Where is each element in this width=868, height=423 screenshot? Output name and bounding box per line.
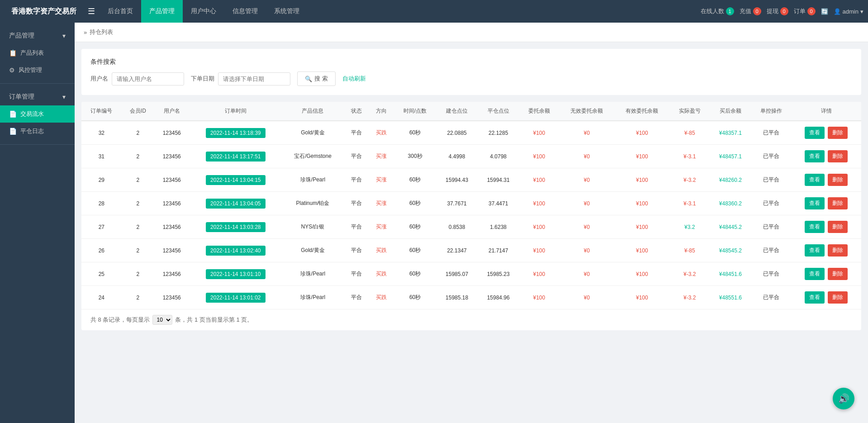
cell-close-status: 已平合 [751, 286, 792, 309]
sidebar-order-header[interactable]: 订单管理 ▾ [0, 88, 75, 105]
cell-order-id: 25 [81, 262, 122, 286]
cell-time-points: 60秒 [394, 239, 436, 262]
nav-item-info[interactable]: 信息管理 [224, 0, 266, 23]
cell-valid-entrust: ¥100 [614, 192, 669, 215]
col-single-op: 单控操作 [751, 102, 792, 121]
risk-control-icon: ⚙ [9, 67, 15, 74]
cell-status: 平合 [344, 286, 369, 309]
cell-invalid-entrust: ¥0 [559, 192, 614, 215]
nav-item-dashboard[interactable]: 后台首页 [100, 0, 141, 23]
cell-direction: 买跌 [369, 262, 394, 286]
cell-profit: ¥-3.1 [669, 145, 710, 168]
cell-close-price: 15985.23 [478, 262, 519, 286]
cell-close-price: 4.0798 [478, 145, 519, 168]
search-title: 条件搜索 [90, 58, 852, 66]
cell-valid-entrust: ¥100 [614, 121, 669, 145]
cell-order-time: 2022-11-14 13:17:51 [190, 145, 282, 168]
cell-profit: ¥-3.2 [669, 262, 710, 286]
cell-member-id: 2 [122, 192, 154, 215]
username-input[interactable] [112, 72, 184, 86]
delete-button[interactable]: 删除 [828, 221, 848, 233]
col-time-points: 时间/点数 [394, 102, 436, 121]
delete-button[interactable]: 删除 [828, 150, 848, 162]
cell-product: 珍珠/Pearl [282, 286, 344, 309]
float-action-button[interactable]: 🔊 [833, 388, 854, 409]
cell-direction: 买跌 [369, 239, 394, 262]
refresh-icon[interactable]: 🔄 [821, 8, 828, 15]
delete-button[interactable]: 删除 [828, 127, 848, 139]
cell-invalid-entrust: ¥0 [559, 286, 614, 309]
view-button[interactable]: 查看 [805, 291, 825, 304]
cell-order-time: 2022-11-14 13:01:10 [190, 262, 282, 286]
cell-time-points: 60秒 [394, 168, 436, 192]
cell-profit: ¥-3.2 [669, 286, 710, 309]
auto-refresh-button[interactable]: 自动刷新 [342, 72, 366, 86]
cell-profit: ¥3.2 [669, 215, 710, 239]
date-input[interactable] [218, 72, 290, 86]
cell-balance-after: ¥48551.6 [710, 286, 751, 309]
menu-toggle-icon[interactable]: ☰ [83, 6, 100, 16]
order-item[interactable]: 订单 0 [794, 7, 816, 15]
cell-invalid-entrust: ¥0 [559, 239, 614, 262]
cell-open-price: 4.4998 [436, 145, 478, 168]
cell-close-price: 37.4471 [478, 192, 519, 215]
nav-item-system[interactable]: 系统管理 [266, 0, 308, 23]
cell-invalid-entrust: ¥0 [559, 168, 614, 192]
view-button[interactable]: 查看 [805, 244, 825, 257]
cell-valid-entrust: ¥100 [614, 168, 669, 192]
chevron-down-icon-2: ▾ [62, 93, 66, 100]
cell-close-status: 已平合 [751, 215, 792, 239]
view-button[interactable]: 查看 [805, 197, 825, 209]
pagination-suffix: 条，共 1 页当前显示第 1 页。 [175, 316, 253, 324]
cell-member-id: 2 [122, 121, 154, 145]
delete-button[interactable]: 删除 [828, 174, 848, 186]
cell-actions: 查看 删除 [791, 239, 861, 262]
date-label: 下单日期 [191, 75, 214, 83]
view-button[interactable]: 查看 [805, 174, 825, 186]
cell-profit: ¥-85 [669, 239, 710, 262]
col-entrust: 委托余额 [519, 102, 559, 121]
sidebar-item-close-log[interactable]: 📄 平仓日志 [0, 123, 75, 140]
per-page-select[interactable]: 102050 [152, 315, 172, 325]
delete-button[interactable]: 删除 [828, 244, 848, 257]
cell-close-status: 已平合 [751, 192, 792, 215]
cell-username: 123456 [154, 168, 190, 192]
sidebar-item-product-list[interactable]: 📋 产品列表 [0, 44, 75, 62]
delete-button[interactable]: 删除 [828, 197, 848, 209]
cell-valid-entrust: ¥100 [614, 239, 669, 262]
nav-item-user[interactable]: 用户中心 [183, 0, 224, 23]
cell-product: Gold/黄金 [282, 121, 344, 145]
cell-status: 平合 [344, 121, 369, 145]
search-button[interactable]: 🔍 搜 索 [297, 71, 336, 86]
cell-direction: 买涨 [369, 168, 394, 192]
search-row: 用户名 下单日期 🔍 搜 索 自动刷新 [90, 71, 852, 86]
cell-order-id: 28 [81, 192, 122, 215]
recharge-item[interactable]: 充值 0 [740, 7, 761, 15]
online-count-item: 在线人数 1 [701, 7, 734, 15]
cell-member-id: 2 [122, 215, 154, 239]
cell-close-price: 15994.31 [478, 168, 519, 192]
delete-button[interactable]: 删除 [828, 268, 848, 280]
sidebar-item-risk-control[interactable]: ⚙ 风控管理 [0, 62, 75, 79]
sidebar-product-section: 产品管理 ▾ 📋 产品列表 ⚙ 风控管理 [0, 23, 75, 84]
cell-direction: 买跌 [369, 286, 394, 309]
view-button[interactable]: 查看 [805, 221, 825, 233]
product-list-icon: 📋 [9, 49, 17, 57]
cell-username: 123456 [154, 262, 190, 286]
view-button[interactable]: 查看 [805, 127, 825, 139]
cell-order-time: 2022-11-14 13:18:39 [190, 121, 282, 145]
withdraw-item[interactable]: 提现 0 [767, 7, 788, 15]
cell-product: 珍珠/Pearl [282, 168, 344, 192]
view-button[interactable]: 查看 [805, 268, 825, 280]
admin-user[interactable]: 👤 admin ▾ [834, 8, 863, 15]
username-label: 用户名 [90, 75, 108, 83]
sidebar-item-trade-flow[interactable]: 📄 交易流水 [0, 105, 75, 123]
pagination-total: 共 8 条记录，每页显示 [90, 316, 150, 324]
cell-time-points: 60秒 [394, 215, 436, 239]
cell-balance-after: ¥48445.2 [710, 215, 751, 239]
delete-button[interactable]: 删除 [828, 291, 848, 304]
nav-item-product[interactable]: 产品管理 [141, 0, 183, 23]
sidebar-product-header[interactable]: 产品管理 ▾ [0, 27, 75, 44]
view-button[interactable]: 查看 [805, 150, 825, 162]
breadcrumb-current: 持仓列表 [90, 28, 113, 36]
